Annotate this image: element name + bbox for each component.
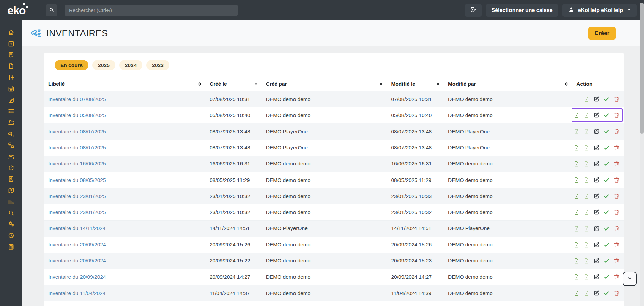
validate-icon[interactable] xyxy=(603,258,610,264)
excel-export-icon[interactable] xyxy=(573,290,580,296)
inventory-link[interactable]: Inventaire du 16/06/2025 xyxy=(48,161,106,166)
column-header-modifi-le[interactable]: Modifié le xyxy=(386,81,443,87)
edit-icon[interactable] xyxy=(593,242,600,248)
validate-icon[interactable] xyxy=(603,96,610,102)
edit-icon[interactable] xyxy=(593,177,600,183)
delete-icon[interactable] xyxy=(613,112,620,118)
inventory-link[interactable]: Inventaire du 23/01/2025 xyxy=(48,209,106,215)
excel-export-alt-icon[interactable] xyxy=(583,290,590,296)
delete-icon[interactable] xyxy=(613,209,620,215)
sidebar-item-file-export[interactable] xyxy=(0,72,22,84)
edit-icon[interactable] xyxy=(593,209,600,215)
validate-icon[interactable] xyxy=(603,209,610,215)
validate-icon[interactable] xyxy=(603,112,610,118)
edit-icon[interactable] xyxy=(593,112,600,118)
excel-export-alt-icon[interactable] xyxy=(583,193,590,199)
filter-chip-2025[interactable]: 2025 xyxy=(92,60,115,70)
excel-export-alt-icon[interactable] xyxy=(583,161,590,167)
sidebar-item-document[interactable] xyxy=(0,61,22,73)
excel-export-alt-icon[interactable] xyxy=(583,145,590,151)
sidebar-item-pie-chart[interactable] xyxy=(0,231,22,242)
create-button[interactable]: Créer xyxy=(588,27,616,40)
edit-icon[interactable] xyxy=(593,193,600,199)
validate-icon[interactable] xyxy=(603,177,610,183)
delete-icon[interactable] xyxy=(613,242,620,248)
sidebar-item-notepad-pen[interactable] xyxy=(0,95,22,107)
excel-export-icon[interactable] xyxy=(573,209,580,215)
sidebar-item-list-check[interactable] xyxy=(0,106,22,118)
excel-export-icon[interactable] xyxy=(573,274,580,280)
sidebar-item-gears[interactable] xyxy=(0,219,22,231)
excel-export-icon[interactable] xyxy=(573,145,580,151)
sidebar-item-receipt[interactable] xyxy=(0,50,22,61)
select-caisse-button[interactable]: Sélectionner une caisse xyxy=(486,4,558,17)
excel-export-alt-icon[interactable] xyxy=(583,274,590,280)
excel-export-alt-icon[interactable] xyxy=(583,242,590,248)
excel-export-icon[interactable] xyxy=(573,128,580,135)
sidebar-item-calendar[interactable] xyxy=(0,84,22,95)
edit-icon[interactable] xyxy=(593,274,600,280)
inventory-link[interactable]: Inventaire du 14/11/2024 xyxy=(48,225,105,231)
excel-export-icon[interactable] xyxy=(573,112,580,118)
inventory-link[interactable]: Inventaire du 11/04/2024 xyxy=(48,290,105,296)
edit-icon[interactable] xyxy=(593,258,600,264)
excel-export-icon[interactable] xyxy=(573,177,580,183)
sidebar-item-bar-chart[interactable] xyxy=(0,197,22,208)
validate-icon[interactable] xyxy=(603,290,610,296)
filter-chip-2024[interactable]: 2024 xyxy=(119,60,142,70)
column-header-cr-le[interactable]: Créé le xyxy=(205,81,261,87)
excel-export-alt-icon[interactable] xyxy=(583,128,590,135)
validate-icon[interactable] xyxy=(603,161,610,167)
delete-icon[interactable] xyxy=(613,225,620,232)
user-menu[interactable]: eKoHelp eKoHelp xyxy=(562,4,637,17)
search-input[interactable] xyxy=(65,5,238,16)
sidebar-item-search[interactable] xyxy=(0,208,22,219)
excel-export-alt-icon[interactable] xyxy=(583,258,590,264)
excel-export-alt-icon[interactable] xyxy=(583,225,590,232)
delete-icon[interactable] xyxy=(613,193,620,199)
validate-icon[interactable] xyxy=(603,193,610,199)
column-header-modifi-par[interactable]: Modifié par xyxy=(443,81,572,87)
edit-icon[interactable] xyxy=(593,161,600,167)
excel-export-alt-icon[interactable] xyxy=(583,96,590,102)
collapse-button[interactable] xyxy=(623,272,637,286)
sidebar-item-id-badge[interactable] xyxy=(0,174,22,186)
excel-export-icon[interactable] xyxy=(573,161,580,167)
filter-chip-en-cours[interactable]: En cours xyxy=(55,60,88,70)
delete-icon[interactable] xyxy=(613,258,620,264)
sidebar-item-cash-register[interactable] xyxy=(0,152,22,163)
excel-export-alt-icon[interactable] xyxy=(583,177,590,183)
sidebar-item-calculator[interactable] xyxy=(0,242,22,253)
column-header-libell[interactable]: Libellé xyxy=(44,81,205,87)
validate-icon[interactable] xyxy=(603,274,610,280)
delete-icon[interactable] xyxy=(613,96,620,102)
inventory-link[interactable]: Inventaire du 08/05/2025 xyxy=(48,177,106,183)
excel-export-icon[interactable] xyxy=(573,242,580,248)
edit-icon[interactable] xyxy=(593,96,600,102)
inventory-link[interactable]: Inventaire du 20/09/2024 xyxy=(48,258,106,263)
scrollbar-thumb[interactable] xyxy=(640,3,644,134)
excel-export-icon[interactable] xyxy=(573,258,580,264)
inventory-link[interactable]: Inventaire du 23/01/2025 xyxy=(48,193,106,199)
inventory-link[interactable]: Inventaire du 07/08/2025 xyxy=(48,96,106,102)
delete-icon[interactable] xyxy=(613,274,620,280)
delete-icon[interactable] xyxy=(613,290,620,296)
filter-chip-2023[interactable]: 2023 xyxy=(146,60,169,70)
edit-icon[interactable] xyxy=(593,145,600,151)
excel-export-icon[interactable] xyxy=(573,225,580,232)
inventory-link[interactable]: Inventaire du 08/07/2025 xyxy=(48,145,106,150)
delete-icon[interactable] xyxy=(613,177,620,183)
sidebar-item-map-pin[interactable] xyxy=(0,185,22,197)
sidebar-item-sitemap[interactable] xyxy=(0,140,22,152)
delete-icon[interactable] xyxy=(613,161,620,167)
sidebar-item-barcode-scanner[interactable] xyxy=(0,129,22,140)
validate-icon[interactable] xyxy=(603,145,610,151)
sidebar-item-folder-open[interactable] xyxy=(0,118,22,129)
sidebar-item-home[interactable] xyxy=(0,28,22,39)
edit-icon[interactable] xyxy=(593,225,600,232)
inventory-link[interactable]: Inventaire du 20/09/2024 xyxy=(48,242,106,247)
sidebar-item-plus-square[interactable] xyxy=(0,39,22,50)
search-button[interactable] xyxy=(46,4,57,16)
validate-icon[interactable] xyxy=(603,225,610,232)
validate-icon[interactable] xyxy=(603,128,610,135)
